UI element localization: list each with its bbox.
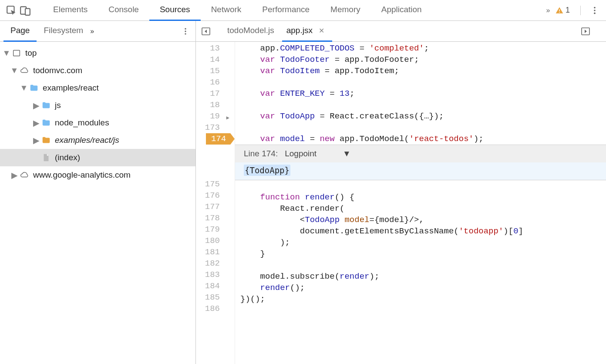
warning-count-text: 1 [566,6,570,15]
settings-menu-button[interactable] [588,3,602,17]
divider [580,6,581,15]
navigator-tab-filesystem[interactable]: Filesystem [37,21,90,42]
tab-performance[interactable]: Performance [252,0,320,21]
tab-elements[interactable]: Elements [43,0,98,21]
show-navigator-button[interactable] [199,25,212,38]
line-number[interactable]: 17 [196,88,235,99]
folder-blue-icon [29,83,39,93]
line-number[interactable]: 16 [196,77,235,88]
chevron-down-icon[interactable]: ▼ [21,85,27,91]
chevron-right-icon[interactable]: ▶ [33,102,39,108]
file-grey-icon [41,152,51,163]
editor-panel: todoModel.jsapp.jsx✕ 1314151617181917317… [196,21,606,364]
tree-item-label: examples/react [43,83,99,93]
top-tab-list: ElementsConsoleSourcesNetworkPerformance… [43,0,541,21]
chevron-right-icon[interactable]: ▶ [33,137,39,143]
cloud-icon [19,170,30,180]
tree-item-label: node_modules [55,118,109,128]
inline-line-label: Line 174: [244,148,278,159]
tree-item-label: todomvc.com [33,66,82,75]
editor-tab-label: app.jsx [286,26,313,35]
tree-item-label: (index) [55,153,80,162]
code-content[interactable]: app.COMPLETED_TODOS = 'completed'; var T… [235,42,606,364]
line-number[interactable]: 14 [196,54,235,65]
navigator-panel: PageFilesystem » ▼top▼todomvc.com▼exampl… [0,21,196,364]
line-gutter[interactable]: 13141516171819173174 1751761771781791801… [196,42,235,364]
line-number[interactable]: 184 [196,280,235,292]
logpoint-marker-icon[interactable]: 174 [206,133,235,145]
tree-item[interactable]: ▶www.google-analytics.com [0,166,195,184]
code-editor[interactable]: 13141516171819173174 1751761771781791801… [196,42,606,364]
warning-count-badge[interactable]: 1 [555,6,570,15]
editor-tab[interactable]: todoModel.js [223,21,282,42]
tree-item[interactable]: ▶js [0,97,195,114]
line-number[interactable]: 18 [196,99,235,111]
chevron-down-icon[interactable]: ▼ [3,50,10,56]
chevron-down-icon[interactable]: ▼ [11,67,17,74]
line-number[interactable]: 186 [196,303,235,314]
line-number[interactable]: 15 [196,65,235,77]
navigator-tab-page[interactable]: Page [3,21,37,42]
navigator-tabbar: PageFilesystem » [0,21,195,42]
show-debugger-button[interactable] [579,25,592,38]
folder-orange-icon [41,135,51,145]
line-number[interactable]: 179 [196,224,235,235]
chevron-right-icon[interactable]: ▶ [33,120,39,126]
file-tree: ▼top▼todomvc.com▼examples/react▶js▶node_… [0,42,195,364]
editor-tab-label: todoModel.js [227,26,274,35]
line-number[interactable]: 176 [196,190,235,201]
chevron-right-icon[interactable]: ▶ [11,172,17,178]
tree-item-label: js [55,101,61,110]
editor-tab[interactable]: app.jsx✕ [282,21,332,42]
line-number[interactable]: 178 [196,212,235,224]
tree-item[interactable]: (index) [0,149,195,166]
folder-blue-icon [41,118,51,128]
frame-icon [11,48,22,58]
tree-item-label: www.google-analytics.com [33,170,131,180]
breakpoint-inline-editor: Line 174:Logpoint▼{TodoApp} [235,145,606,180]
tree-item[interactable]: ▼top [0,44,195,62]
navigator-overflow-button[interactable]: » [90,27,94,35]
tab-memory[interactable]: Memory [320,0,371,21]
tab-sources[interactable]: Sources [149,0,201,21]
tab-network[interactable]: Network [201,0,252,21]
tree-item[interactable]: ▶examples/react/js [0,131,195,149]
toggle-device-icon[interactable] [18,3,32,17]
line-number[interactable]: 175 [196,179,235,190]
folder-blue-icon [41,100,51,111]
tree-item-label: examples/react/js [55,135,119,145]
line-number[interactable]: 183 [196,269,235,280]
navigator-menu-button[interactable] [179,25,192,38]
tree-item[interactable]: ▼todomvc.com [0,62,195,79]
logpoint-expression-input[interactable]: {TodoApp} [235,162,606,180]
warning-icon [555,6,564,15]
inspect-element-icon[interactable] [4,3,18,17]
line-number[interactable]: 174 [196,133,235,145]
cloud-icon [19,65,30,76]
editor-tabbar: todoModel.jsapp.jsx✕ [196,21,606,42]
main-split: PageFilesystem » ▼top▼todomvc.com▼exampl… [0,21,606,364]
line-number[interactable]: 180 [196,235,235,246]
line-number[interactable]: 13 [196,43,235,54]
line-number[interactable]: 181 [196,246,235,258]
chevron-down-icon: ▼ [343,148,351,159]
line-number[interactable]: 177 [196,201,235,212]
close-icon[interactable]: ✕ [319,27,324,35]
devtools-tabbar: ElementsConsoleSourcesNetworkPerformance… [0,0,606,21]
tab-console[interactable]: Console [98,0,149,21]
no-arrow [33,155,39,161]
line-number[interactable]: 185 [196,292,235,303]
tree-item[interactable]: ▶node_modules [0,114,195,131]
line-number[interactable]: 19 [196,111,235,122]
tab-application[interactable]: Application [371,0,432,21]
tree-item[interactable]: ▼examples/react [0,79,195,97]
tree-item-label: top [25,48,37,58]
breakpoint-type-select[interactable]: Logpoint▼ [285,148,351,159]
line-number[interactable]: 182 [196,258,235,269]
tabs-overflow-button[interactable]: » [541,3,555,17]
